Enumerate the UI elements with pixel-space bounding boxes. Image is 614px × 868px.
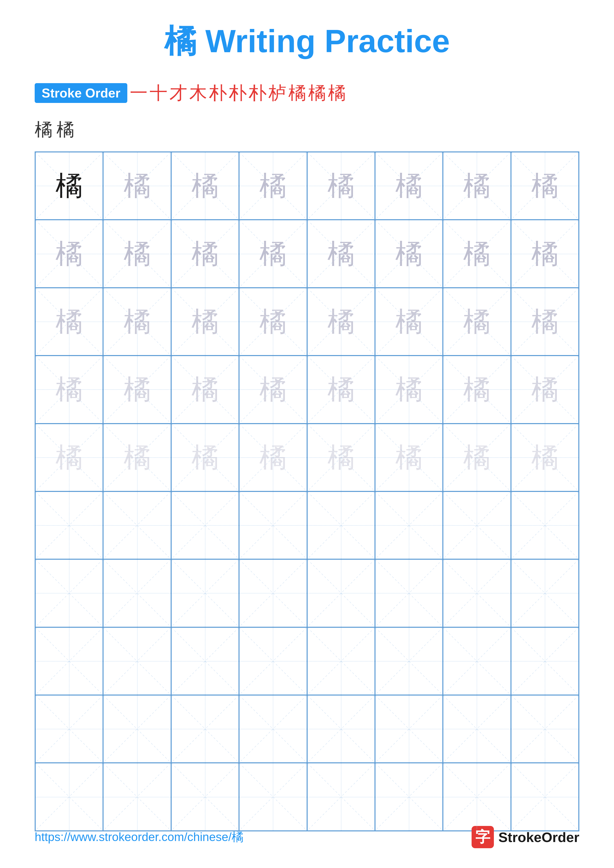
- practice-char: 橘: [395, 240, 423, 268]
- cell-guide-svg: [308, 628, 375, 694]
- stroke-char-2: 十: [149, 84, 168, 102]
- grid-cell[interactable]: [443, 559, 511, 627]
- grid-cell: 橘: [511, 220, 579, 288]
- svg-line-90: [376, 492, 442, 559]
- grid-cell[interactable]: [239, 559, 307, 627]
- grid-cell: 橘: [375, 424, 443, 491]
- svg-line-103: [239, 560, 306, 626]
- svg-line-82: [104, 492, 170, 559]
- grid-cell[interactable]: [103, 559, 171, 627]
- cell-guide-svg: [443, 560, 510, 626]
- practice-char: 橘: [259, 444, 286, 471]
- svg-line-81: [36, 492, 103, 559]
- grid-cell[interactable]: [103, 491, 171, 559]
- svg-line-109: [443, 560, 510, 626]
- grid-cell[interactable]: [171, 627, 239, 695]
- grid-cell: 橘: [307, 288, 375, 356]
- stroke-char-13: 橘: [56, 118, 74, 141]
- svg-line-147: [104, 763, 170, 830]
- practice-grid: 橘橘橘橘橘橘橘橘橘橘橘橘橘橘橘橘橘橘橘橘橘橘橘橘橘橘橘橘橘橘橘橘橘橘橘橘橘橘橘橘: [35, 152, 579, 831]
- stroke-char-12: 橘: [35, 118, 53, 141]
- grid-cell[interactable]: [239, 491, 307, 559]
- grid-row: [35, 559, 579, 627]
- cell-guide-svg: [36, 560, 103, 626]
- grid-cell[interactable]: [375, 559, 443, 627]
- grid-cell[interactable]: [307, 763, 375, 831]
- footer: https://www.strokeorder.com/chinese/橘 字 …: [35, 826, 579, 848]
- grid-cell[interactable]: [443, 695, 511, 763]
- practice-char: 橘: [328, 308, 355, 335]
- cell-guide-svg: [376, 696, 442, 763]
- stroke-order-badge: Stroke Order: [35, 83, 127, 103]
- grid-cell[interactable]: [103, 627, 171, 695]
- cell-guide-svg: [239, 492, 306, 559]
- svg-line-85: [172, 492, 238, 559]
- cell-guide-svg: [511, 492, 578, 559]
- grid-cell: 橘: [103, 424, 171, 491]
- grid-cell[interactable]: [171, 763, 239, 831]
- grid-cell[interactable]: [443, 627, 511, 695]
- grid-cell[interactable]: [239, 763, 307, 831]
- grid-cell[interactable]: [103, 695, 171, 763]
- grid-cell[interactable]: [307, 491, 375, 559]
- svg-line-153: [308, 763, 375, 830]
- practice-char: 橘: [124, 444, 151, 471]
- grid-cell[interactable]: [239, 695, 307, 763]
- svg-line-119: [239, 628, 306, 694]
- grid-cell[interactable]: [511, 559, 579, 627]
- cell-guide-svg: [239, 696, 306, 763]
- grid-cell[interactable]: [35, 627, 103, 695]
- cell-guide-svg: [36, 628, 103, 694]
- grid-cell[interactable]: [35, 491, 103, 559]
- grid-cell[interactable]: [375, 627, 443, 695]
- svg-line-93: [443, 492, 510, 559]
- grid-cell[interactable]: [511, 695, 579, 763]
- grid-cell[interactable]: [35, 559, 103, 627]
- grid-cell[interactable]: [171, 695, 239, 763]
- cell-guide-svg: [443, 696, 510, 763]
- grid-cell[interactable]: [511, 627, 579, 695]
- grid-cell[interactable]: [35, 695, 103, 763]
- practice-char: 橘: [56, 444, 83, 471]
- grid-cell[interactable]: [239, 627, 307, 695]
- footer-brand: 字 StrokeOrder: [472, 826, 579, 848]
- svg-line-111: [511, 560, 578, 626]
- grid-cell[interactable]: [375, 763, 443, 831]
- svg-line-83: [104, 492, 170, 559]
- svg-line-133: [172, 696, 238, 763]
- cell-guide-svg: [239, 628, 306, 694]
- practice-char: 橘: [395, 172, 423, 200]
- grid-cell[interactable]: [307, 695, 375, 763]
- grid-cell[interactable]: [307, 627, 375, 695]
- grid-cell[interactable]: [443, 491, 511, 559]
- grid-cell[interactable]: [35, 763, 103, 831]
- cell-guide-svg: [36, 696, 103, 763]
- footer-url[interactable]: https://www.strokeorder.com/chinese/橘: [35, 829, 244, 845]
- grid-cell[interactable]: [171, 491, 239, 559]
- grid-cell[interactable]: [375, 695, 443, 763]
- practice-char: 橘: [328, 172, 355, 200]
- svg-line-110: [511, 560, 578, 626]
- svg-line-112: [36, 628, 103, 694]
- grid-cell: 橘: [443, 288, 511, 356]
- grid-cell[interactable]: [375, 491, 443, 559]
- grid-row: [35, 763, 579, 831]
- svg-line-124: [443, 628, 510, 694]
- practice-char: 橘: [531, 172, 558, 200]
- svg-line-138: [376, 696, 442, 763]
- cell-guide-svg: [172, 763, 238, 830]
- grid-cell[interactable]: [171, 559, 239, 627]
- grid-cell[interactable]: [307, 559, 375, 627]
- stroke-order-chars: 一 十 才 木 朴 朴 朴 栌 橘 橘 橘: [130, 84, 346, 102]
- grid-cell: 橘: [239, 424, 307, 491]
- grid-cell: 橘: [171, 424, 239, 491]
- grid-cell[interactable]: [511, 491, 579, 559]
- grid-cell[interactable]: [511, 763, 579, 831]
- grid-cell[interactable]: [443, 763, 511, 831]
- grid-cell[interactable]: [103, 763, 171, 831]
- cell-guide-svg: [104, 696, 170, 763]
- practice-char: 橘: [191, 308, 219, 335]
- grid-cell: 橘: [103, 152, 171, 220]
- grid-cell: 橘: [171, 152, 239, 220]
- svg-line-151: [239, 763, 306, 830]
